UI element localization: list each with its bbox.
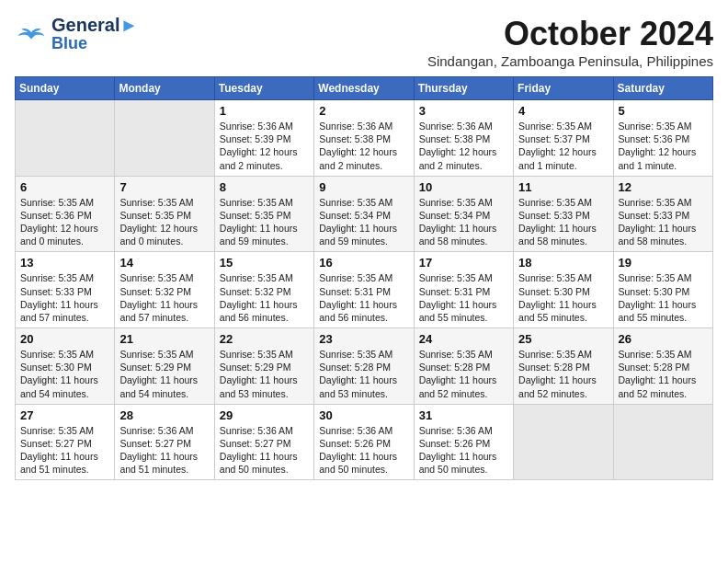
day-info: Sunrise: 5:35 AM Sunset: 5:35 PM Dayligh… [119, 196, 209, 248]
calendar-day-cell [514, 404, 613, 480]
calendar-header-row: SundayMondayTuesdayWednesdayThursdayFrid… [16, 77, 713, 100]
calendar-day-cell: 21Sunrise: 5:35 AM Sunset: 5:29 PM Dayli… [115, 328, 214, 405]
day-number: 24 [419, 332, 508, 346]
calendar-week-row: 27Sunrise: 5:35 AM Sunset: 5:27 PM Dayli… [16, 404, 713, 480]
day-info: Sunrise: 5:35 AM Sunset: 5:31 PM Dayligh… [419, 271, 508, 324]
day-info: Sunrise: 5:35 AM Sunset: 5:33 PM Dayligh… [619, 196, 708, 248]
calendar-day-cell [613, 404, 712, 480]
calendar-day-cell: 12Sunrise: 5:35 AM Sunset: 5:33 PM Dayli… [613, 176, 712, 252]
day-info: Sunrise: 5:36 AM Sunset: 5:26 PM Dayligh… [419, 424, 508, 477]
calendar-table: SundayMondayTuesdayWednesdayThursdayFrid… [15, 76, 713, 480]
day-info: Sunrise: 5:35 AM Sunset: 5:36 PM Dayligh… [619, 120, 708, 172]
day-number: 5 [619, 104, 708, 118]
day-number: 20 [20, 332, 109, 346]
calendar-day-cell: 17Sunrise: 5:35 AM Sunset: 5:31 PM Dayli… [414, 252, 513, 328]
day-info: Sunrise: 5:35 AM Sunset: 5:28 PM Dayligh… [419, 348, 508, 400]
day-info: Sunrise: 5:35 AM Sunset: 5:27 PM Dayligh… [20, 424, 109, 477]
day-info: Sunrise: 5:36 AM Sunset: 5:38 PM Dayligh… [319, 120, 408, 172]
calendar-day-cell: 29Sunrise: 5:36 AM Sunset: 5:27 PM Dayli… [214, 404, 313, 480]
calendar-day-cell: 14Sunrise: 5:35 AM Sunset: 5:32 PM Dayli… [115, 252, 214, 328]
calendar-day-cell: 23Sunrise: 5:35 AM Sunset: 5:28 PM Dayli… [314, 328, 414, 405]
day-number: 13 [20, 256, 109, 270]
day-number: 29 [220, 408, 309, 422]
day-info: Sunrise: 5:36 AM Sunset: 5:38 PM Dayligh… [419, 120, 508, 172]
day-number: 18 [518, 256, 608, 270]
day-of-week-header: Wednesday [314, 77, 414, 100]
day-number: 22 [220, 332, 309, 346]
day-number: 25 [518, 332, 608, 346]
day-info: Sunrise: 5:35 AM Sunset: 5:28 PM Dayligh… [619, 348, 708, 400]
day-number: 14 [119, 256, 209, 270]
day-info: Sunrise: 5:35 AM Sunset: 5:34 PM Dayligh… [419, 196, 508, 248]
calendar-day-cell: 19Sunrise: 5:35 AM Sunset: 5:30 PM Dayli… [613, 252, 712, 328]
day-info: Sunrise: 5:35 AM Sunset: 5:29 PM Dayligh… [119, 348, 209, 400]
calendar-day-cell: 3Sunrise: 5:36 AM Sunset: 5:38 PM Daylig… [414, 100, 513, 177]
calendar-day-cell: 22Sunrise: 5:35 AM Sunset: 5:29 PM Dayli… [214, 328, 313, 405]
day-info: Sunrise: 5:35 AM Sunset: 5:36 PM Dayligh… [20, 196, 109, 248]
day-number: 10 [419, 180, 508, 194]
day-number: 8 [220, 180, 309, 194]
day-number: 9 [319, 180, 408, 194]
location-title: Sindangan, Zamboanga Peninsula, Philippi… [427, 53, 713, 69]
day-number: 15 [220, 256, 309, 270]
day-number: 23 [319, 332, 408, 346]
day-number: 6 [20, 180, 109, 194]
day-number: 1 [220, 104, 309, 118]
calendar-day-cell: 20Sunrise: 5:35 AM Sunset: 5:30 PM Dayli… [16, 328, 115, 405]
calendar-day-cell: 10Sunrise: 5:35 AM Sunset: 5:34 PM Dayli… [414, 176, 513, 252]
day-of-week-header: Saturday [613, 77, 712, 100]
day-number: 16 [319, 256, 408, 270]
calendar-week-row: 13Sunrise: 5:35 AM Sunset: 5:33 PM Dayli… [16, 252, 713, 328]
day-number: 17 [419, 256, 508, 270]
day-number: 31 [419, 408, 508, 422]
month-title: October 2024 [427, 15, 713, 53]
calendar-day-cell: 24Sunrise: 5:35 AM Sunset: 5:28 PM Dayli… [414, 328, 513, 405]
day-number: 28 [119, 408, 209, 422]
calendar-day-cell: 1Sunrise: 5:36 AM Sunset: 5:39 PM Daylig… [214, 100, 313, 177]
day-of-week-header: Monday [115, 77, 214, 100]
day-info: Sunrise: 5:36 AM Sunset: 5:27 PM Dayligh… [220, 424, 309, 477]
calendar-day-cell: 16Sunrise: 5:35 AM Sunset: 5:31 PM Dayli… [314, 252, 414, 328]
day-info: Sunrise: 5:35 AM Sunset: 5:31 PM Dayligh… [319, 271, 408, 324]
calendar-week-row: 1Sunrise: 5:36 AM Sunset: 5:39 PM Daylig… [16, 100, 713, 177]
calendar-day-cell [16, 100, 115, 177]
day-info: Sunrise: 5:35 AM Sunset: 5:32 PM Dayligh… [220, 271, 309, 324]
calendar-day-cell: 31Sunrise: 5:36 AM Sunset: 5:26 PM Dayli… [414, 404, 513, 480]
day-of-week-header: Tuesday [214, 77, 313, 100]
day-number: 4 [518, 104, 608, 118]
day-number: 19 [619, 256, 708, 270]
day-info: Sunrise: 5:35 AM Sunset: 5:37 PM Dayligh… [518, 120, 608, 172]
calendar-day-cell: 25Sunrise: 5:35 AM Sunset: 5:28 PM Dayli… [514, 328, 613, 405]
calendar-week-row: 6Sunrise: 5:35 AM Sunset: 5:36 PM Daylig… [16, 176, 713, 252]
day-info: Sunrise: 5:36 AM Sunset: 5:27 PM Dayligh… [119, 424, 209, 477]
day-info: Sunrise: 5:35 AM Sunset: 5:34 PM Dayligh… [319, 196, 408, 248]
calendar-day-cell: 30Sunrise: 5:36 AM Sunset: 5:26 PM Dayli… [314, 404, 414, 480]
logo: General► Blue [15, 15, 138, 53]
day-info: Sunrise: 5:36 AM Sunset: 5:39 PM Dayligh… [220, 120, 309, 172]
day-info: Sunrise: 5:35 AM Sunset: 5:33 PM Dayligh… [20, 271, 109, 324]
day-number: 27 [20, 408, 109, 422]
calendar-day-cell [115, 100, 214, 177]
day-number: 11 [518, 180, 608, 194]
day-info: Sunrise: 5:35 AM Sunset: 5:30 PM Dayligh… [619, 271, 708, 324]
day-info: Sunrise: 5:35 AM Sunset: 5:33 PM Dayligh… [518, 196, 608, 248]
day-number: 7 [119, 180, 209, 194]
day-info: Sunrise: 5:35 AM Sunset: 5:32 PM Dayligh… [119, 271, 209, 324]
day-info: Sunrise: 5:35 AM Sunset: 5:30 PM Dayligh… [20, 348, 109, 400]
day-number: 2 [319, 104, 408, 118]
title-block: October 2024 Sindangan, Zamboanga Penins… [427, 15, 713, 69]
calendar-day-cell: 28Sunrise: 5:36 AM Sunset: 5:27 PM Dayli… [115, 404, 214, 480]
calendar-day-cell: 7Sunrise: 5:35 AM Sunset: 5:35 PM Daylig… [115, 176, 214, 252]
day-of-week-header: Friday [514, 77, 613, 100]
day-number: 26 [619, 332, 708, 346]
calendar-day-cell: 11Sunrise: 5:35 AM Sunset: 5:33 PM Dayli… [514, 176, 613, 252]
day-number: 3 [419, 104, 508, 118]
day-of-week-header: Thursday [414, 77, 513, 100]
day-info: Sunrise: 5:35 AM Sunset: 5:28 PM Dayligh… [518, 348, 608, 400]
day-info: Sunrise: 5:36 AM Sunset: 5:26 PM Dayligh… [319, 424, 408, 477]
day-info: Sunrise: 5:35 AM Sunset: 5:35 PM Dayligh… [220, 196, 309, 248]
calendar-day-cell: 6Sunrise: 5:35 AM Sunset: 5:36 PM Daylig… [16, 176, 115, 252]
logo-icon [15, 17, 48, 51]
logo-text: General► Blue [51, 15, 138, 53]
calendar-day-cell: 4Sunrise: 5:35 AM Sunset: 5:37 PM Daylig… [514, 100, 613, 177]
